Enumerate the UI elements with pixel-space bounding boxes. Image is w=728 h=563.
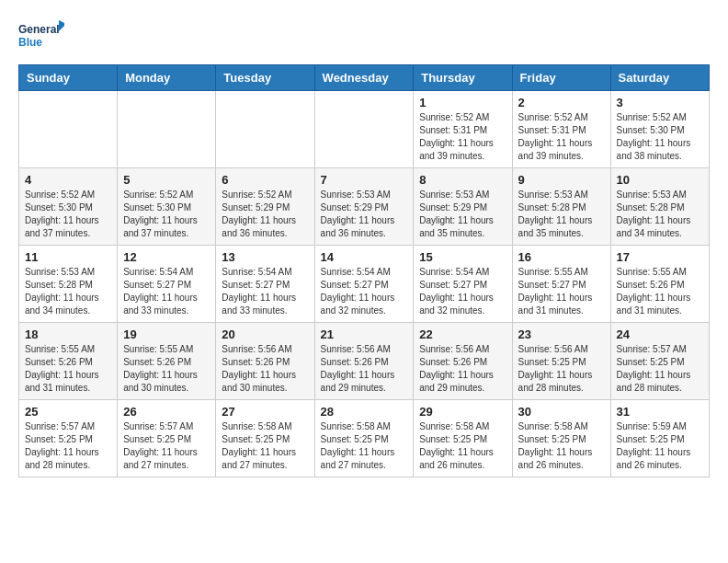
day-number: 22 [419, 327, 506, 341]
day-info: Sunrise: 5:57 AMSunset: 5:25 PMDaylight:… [617, 344, 691, 393]
day-number: 17 [617, 250, 703, 264]
calendar-header-row: SundayMondayTuesdayWednesdayThursdayFrid… [19, 65, 710, 91]
calendar-cell: 23 Sunrise: 5:56 AMSunset: 5:25 PMDaylig… [512, 323, 610, 400]
day-number: 27 [222, 405, 308, 419]
day-number: 15 [419, 250, 506, 264]
day-number: 31 [617, 405, 703, 419]
day-info: Sunrise: 5:59 AMSunset: 5:25 PMDaylight:… [617, 421, 691, 470]
day-info: Sunrise: 5:54 AMSunset: 5:27 PMDaylight:… [123, 267, 198, 316]
calendar-cell: 31 Sunrise: 5:59 AMSunset: 5:25 PMDaylig… [610, 400, 709, 477]
day-info: Sunrise: 5:52 AMSunset: 5:30 PMDaylight:… [25, 190, 99, 238]
day-info: Sunrise: 5:53 AMSunset: 5:28 PMDaylight:… [25, 267, 99, 316]
calendar-cell: 5 Sunrise: 5:52 AMSunset: 5:30 PMDayligh… [118, 168, 216, 246]
calendar-cell: 9 Sunrise: 5:53 AMSunset: 5:28 PMDayligh… [512, 168, 610, 246]
day-number: 16 [518, 250, 605, 264]
day-number: 21 [321, 327, 408, 341]
day-number: 26 [123, 405, 210, 419]
calendar-cell: 25 Sunrise: 5:57 AMSunset: 5:25 PMDaylig… [19, 400, 118, 477]
calendar-cell: 16 Sunrise: 5:55 AMSunset: 5:27 PMDaylig… [512, 246, 610, 323]
calendar-cell [118, 91, 216, 168]
calendar-cell: 27 Sunrise: 5:58 AMSunset: 5:25 PMDaylig… [216, 400, 314, 477]
calendar-cell: 29 Sunrise: 5:58 AMSunset: 5:25 PMDaylig… [414, 400, 512, 477]
day-info: Sunrise: 5:58 AMSunset: 5:25 PMDaylight:… [518, 421, 593, 470]
calendar-cell: 30 Sunrise: 5:58 AMSunset: 5:25 PMDaylig… [512, 400, 610, 477]
calendar-cell: 21 Sunrise: 5:56 AMSunset: 5:26 PMDaylig… [314, 323, 414, 400]
calendar-cell [216, 91, 314, 168]
col-header-sunday: Sunday [19, 65, 118, 91]
day-number: 29 [419, 405, 506, 419]
day-info: Sunrise: 5:53 AMSunset: 5:29 PMDaylight:… [321, 190, 395, 238]
svg-text:Blue: Blue [18, 36, 42, 49]
calendar-cell: 1 Sunrise: 5:52 AMSunset: 5:31 PMDayligh… [414, 91, 512, 168]
day-info: Sunrise: 5:54 AMSunset: 5:27 PMDaylight:… [419, 267, 494, 316]
day-number: 9 [518, 173, 605, 187]
calendar-cell: 26 Sunrise: 5:57 AMSunset: 5:25 PMDaylig… [118, 400, 216, 477]
day-info: Sunrise: 5:52 AMSunset: 5:31 PMDaylight:… [518, 112, 593, 161]
logo-svg: General Blue [18, 18, 64, 55]
day-info: Sunrise: 5:56 AMSunset: 5:26 PMDaylight:… [419, 344, 494, 393]
day-info: Sunrise: 5:57 AMSunset: 5:25 PMDaylight:… [25, 421, 99, 470]
calendar-cell: 24 Sunrise: 5:57 AMSunset: 5:25 PMDaylig… [610, 323, 709, 400]
day-info: Sunrise: 5:58 AMSunset: 5:25 PMDaylight:… [321, 421, 395, 470]
calendar-cell: 4 Sunrise: 5:52 AMSunset: 5:30 PMDayligh… [19, 168, 118, 246]
col-header-friday: Friday [512, 65, 610, 91]
day-number: 23 [518, 327, 605, 341]
calendar-cell: 12 Sunrise: 5:54 AMSunset: 5:27 PMDaylig… [118, 246, 216, 323]
logo: General Blue [18, 18, 64, 55]
day-info: Sunrise: 5:54 AMSunset: 5:27 PMDaylight:… [222, 267, 296, 316]
day-number: 6 [222, 173, 308, 187]
col-header-thursday: Thursday [414, 65, 512, 91]
day-info: Sunrise: 5:52 AMSunset: 5:29 PMDaylight:… [222, 190, 296, 238]
calendar-week-row: 18 Sunrise: 5:55 AMSunset: 5:26 PMDaylig… [19, 323, 710, 400]
calendar-cell [19, 91, 118, 168]
day-info: Sunrise: 5:58 AMSunset: 5:25 PMDaylight:… [222, 421, 296, 470]
svg-text:General: General [18, 23, 60, 36]
day-number: 24 [617, 327, 703, 341]
calendar-cell: 3 Sunrise: 5:52 AMSunset: 5:30 PMDayligh… [610, 91, 709, 168]
calendar-cell: 8 Sunrise: 5:53 AMSunset: 5:29 PMDayligh… [414, 168, 512, 246]
day-number: 2 [518, 96, 605, 109]
calendar-cell: 11 Sunrise: 5:53 AMSunset: 5:28 PMDaylig… [19, 246, 118, 323]
day-number: 11 [25, 250, 111, 264]
day-number: 30 [518, 405, 605, 419]
calendar-cell: 7 Sunrise: 5:53 AMSunset: 5:29 PMDayligh… [314, 168, 414, 246]
day-number: 3 [617, 96, 703, 109]
day-number: 20 [222, 327, 308, 341]
calendar-cell: 2 Sunrise: 5:52 AMSunset: 5:31 PMDayligh… [512, 91, 610, 168]
day-info: Sunrise: 5:57 AMSunset: 5:25 PMDaylight:… [123, 421, 198, 470]
calendar-week-row: 4 Sunrise: 5:52 AMSunset: 5:30 PMDayligh… [19, 168, 710, 246]
day-number: 19 [123, 327, 210, 341]
day-number: 7 [321, 173, 408, 187]
calendar-cell: 17 Sunrise: 5:55 AMSunset: 5:26 PMDaylig… [610, 246, 709, 323]
day-info: Sunrise: 5:56 AMSunset: 5:26 PMDaylight:… [321, 344, 395, 393]
calendar-week-row: 1 Sunrise: 5:52 AMSunset: 5:31 PMDayligh… [19, 91, 710, 168]
day-info: Sunrise: 5:52 AMSunset: 5:30 PMDaylight:… [617, 112, 691, 161]
calendar-week-row: 11 Sunrise: 5:53 AMSunset: 5:28 PMDaylig… [19, 246, 710, 323]
day-info: Sunrise: 5:53 AMSunset: 5:28 PMDaylight:… [617, 190, 691, 238]
svg-marker-2 [59, 20, 64, 31]
day-info: Sunrise: 5:56 AMSunset: 5:25 PMDaylight:… [518, 344, 593, 393]
day-info: Sunrise: 5:53 AMSunset: 5:29 PMDaylight:… [419, 190, 494, 238]
calendar-cell: 22 Sunrise: 5:56 AMSunset: 5:26 PMDaylig… [414, 323, 512, 400]
calendar-cell [314, 91, 414, 168]
day-info: Sunrise: 5:53 AMSunset: 5:28 PMDaylight:… [518, 190, 593, 238]
calendar-table: SundayMondayTuesdayWednesdayThursdayFrid… [18, 64, 710, 477]
day-number: 28 [321, 405, 408, 419]
day-info: Sunrise: 5:55 AMSunset: 5:27 PMDaylight:… [518, 267, 593, 316]
calendar-cell: 13 Sunrise: 5:54 AMSunset: 5:27 PMDaylig… [216, 246, 314, 323]
day-info: Sunrise: 5:52 AMSunset: 5:30 PMDaylight:… [123, 190, 198, 238]
calendar-cell: 20 Sunrise: 5:56 AMSunset: 5:26 PMDaylig… [216, 323, 314, 400]
col-header-tuesday: Tuesday [216, 65, 314, 91]
calendar-cell: 19 Sunrise: 5:55 AMSunset: 5:26 PMDaylig… [118, 323, 216, 400]
day-number: 10 [617, 173, 703, 187]
col-header-monday: Monday [118, 65, 216, 91]
day-number: 4 [25, 173, 111, 187]
day-info: Sunrise: 5:56 AMSunset: 5:26 PMDaylight:… [222, 344, 296, 393]
day-number: 12 [123, 250, 210, 264]
day-info: Sunrise: 5:54 AMSunset: 5:27 PMDaylight:… [321, 267, 395, 316]
calendar-cell: 15 Sunrise: 5:54 AMSunset: 5:27 PMDaylig… [414, 246, 512, 323]
day-number: 14 [321, 250, 408, 264]
calendar-cell: 14 Sunrise: 5:54 AMSunset: 5:27 PMDaylig… [314, 246, 414, 323]
day-info: Sunrise: 5:52 AMSunset: 5:31 PMDaylight:… [419, 112, 494, 161]
page-header: General Blue [18, 18, 710, 55]
